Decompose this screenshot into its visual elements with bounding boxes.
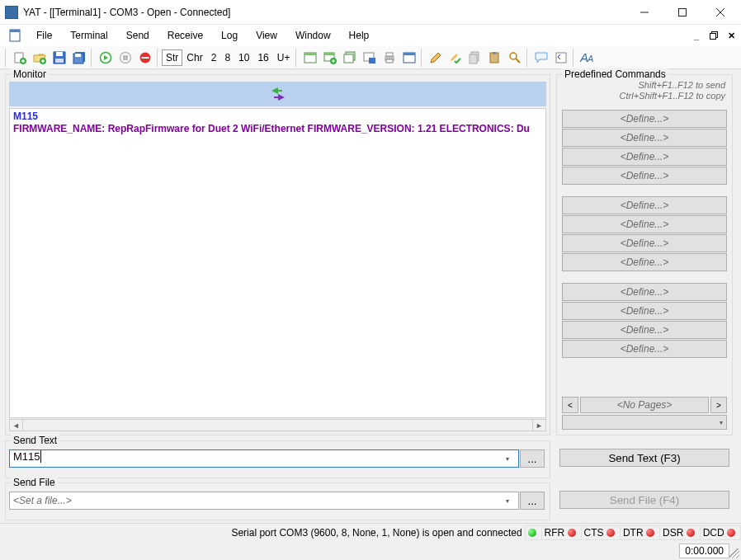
predef-page-prev[interactable]: < [562, 397, 578, 413]
menu-log[interactable]: Log [213, 27, 246, 44]
menu-file[interactable]: File [28, 27, 60, 44]
predef-define-2[interactable]: <Define...> [562, 129, 727, 147]
svg-rect-23 [304, 53, 316, 55]
send-text-panel: Send Text M115 ▾ ... [5, 440, 550, 478]
predef-page-dropdown[interactable]: ▾ [562, 415, 727, 430]
paste-button[interactable] [486, 49, 504, 67]
status-conn-indicator [525, 525, 542, 540]
speech-bubble-icon [535, 51, 548, 64]
new-terminal-button[interactable] [11, 49, 29, 67]
radix-2-button[interactable]: 2 [207, 49, 221, 66]
predef-define-10[interactable]: <Define...> [562, 302, 727, 320]
menu-send[interactable]: Send [118, 27, 158, 44]
svg-rect-19 [123, 55, 128, 60]
edit-button[interactable] [427, 49, 445, 67]
send-text-button[interactable]: Send Text (F3) [559, 449, 729, 467]
send-text-input[interactable]: M115 [9, 449, 519, 468]
send-file-dropdown-icon: ▾ [500, 492, 515, 510]
svg-rect-33 [386, 59, 393, 63]
tool-btn-2[interactable] [321, 49, 339, 67]
font-button[interactable]: AA [578, 49, 597, 67]
open-terminal-button[interactable] [31, 49, 49, 67]
svg-rect-37 [470, 54, 477, 64]
monitor-hscrollbar[interactable]: ◄ ► [9, 419, 546, 431]
mdi-minimize-button[interactable]: _ [690, 29, 703, 42]
mdi-close-button[interactable]: ✕ [724, 29, 738, 42]
find-button[interactable] [506, 49, 524, 67]
radix-chr-button[interactable]: Chr [182, 49, 206, 66]
svg-rect-39 [493, 52, 496, 54]
menu-receive[interactable]: Receive [159, 27, 211, 44]
send-text-browse-button[interactable]: ... [520, 449, 545, 468]
led-green-icon [528, 529, 536, 537]
save-button[interactable] [50, 49, 68, 67]
scroll-track[interactable] [23, 419, 532, 431]
resize-grip[interactable] [729, 548, 739, 558]
predef-define-4[interactable]: <Define...> [562, 167, 727, 185]
monitor-text[interactable]: M115 FIRMWARE_NAME: RepRapFirmware for D… [9, 108, 546, 418]
predef-pager: < <No Pages> > ▾ [562, 397, 727, 428]
mdi-restore-button[interactable] [707, 29, 720, 42]
predef-define-11[interactable]: <Define...> [562, 321, 727, 339]
toolbar: Str Chr 2 8 10 16 U+ AA [0, 46, 741, 69]
predef-define-12[interactable]: <Define...> [562, 340, 727, 358]
radix-8-button[interactable]: 8 [220, 49, 234, 66]
menu-help[interactable]: Help [341, 27, 378, 44]
menu-terminal[interactable]: Terminal [62, 27, 116, 44]
predef-page-next[interactable]: > [710, 397, 727, 413]
svg-rect-12 [56, 52, 63, 56]
predef-define-7[interactable]: <Define...> [562, 234, 727, 252]
maximize-icon [678, 8, 687, 16]
signal-dcd: DCD [700, 525, 741, 540]
maximize-button[interactable] [663, 0, 701, 25]
radix-unicode-button[interactable]: U+ [273, 49, 295, 66]
save-workspace-button[interactable] [70, 49, 88, 67]
status-bar: Serial port COM3 (9600, 8, None, 1, None… [0, 523, 741, 541]
play-icon [99, 51, 112, 64]
window-icon [403, 51, 416, 64]
window-title: YAT - [[Terminal1] - COM3 - Open - Conne… [23, 7, 625, 18]
minimize-button[interactable] [625, 0, 663, 25]
predef-caption: Predefined Commands [562, 68, 668, 80]
send-file-input[interactable]: <Set a file...> [9, 492, 519, 510]
predef-hint-1: Shift+F1..F12 to send [620, 80, 725, 91]
print-button[interactable] [380, 49, 399, 67]
tool-btn-4[interactable] [361, 49, 379, 67]
monitor-cmd-line: M115 [13, 111, 38, 122]
tool-btn-5[interactable] [400, 49, 418, 67]
panel-plus-icon [323, 51, 337, 64]
tool-btn-3[interactable] [341, 49, 359, 67]
chat-button[interactable] [532, 49, 550, 67]
tool-btn-1[interactable] [301, 49, 319, 67]
predef-define-1[interactable]: <Define...> [562, 110, 727, 128]
panel-save-icon [363, 51, 376, 64]
clear-button[interactable] [136, 49, 154, 67]
predef-hints: Shift+F1..F12 to send Ctrl+Shift+F1..F12… [620, 80, 725, 101]
signal-dsr: DSR [659, 525, 701, 540]
scroll-right-button[interactable]: ► [532, 419, 546, 431]
menu-window[interactable]: Window [287, 27, 339, 44]
svg-rect-28 [344, 54, 353, 63]
predef-define-5[interactable]: <Define...> [562, 196, 727, 214]
svg-rect-16 [75, 54, 81, 57]
predef-define-6[interactable]: <Define...> [562, 215, 727, 233]
radix-10-button[interactable]: 10 [234, 49, 253, 66]
radix-str-button[interactable]: Str [162, 49, 182, 66]
close-button[interactable] [701, 0, 739, 25]
predef-define-3[interactable]: <Define...> [562, 148, 727, 166]
floppy-icon [53, 51, 66, 64]
terminal-document-icon [8, 29, 21, 42]
svg-line-41 [516, 59, 520, 63]
stop-button[interactable] [116, 49, 135, 67]
copy-button[interactable] [466, 49, 484, 67]
radix-16-button[interactable]: 16 [253, 49, 272, 66]
check-button[interactable] [446, 49, 465, 67]
start-button[interactable] [97, 49, 115, 67]
menu-view[interactable]: View [248, 27, 286, 44]
script-button[interactable] [552, 49, 570, 67]
predef-define-9[interactable]: <Define...> [562, 283, 727, 301]
predef-define-8[interactable]: <Define...> [562, 253, 727, 271]
open-folder-icon [33, 51, 46, 64]
send-file-browse-button[interactable]: ... [520, 492, 545, 510]
scroll-left-button[interactable]: ◄ [9, 419, 23, 431]
